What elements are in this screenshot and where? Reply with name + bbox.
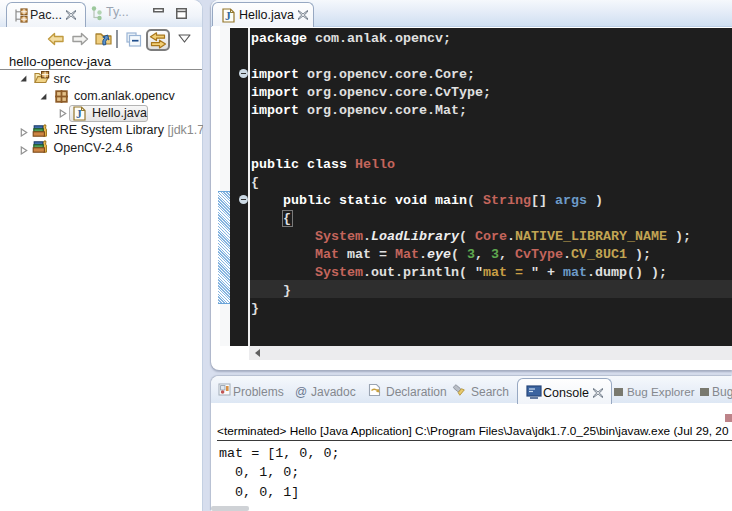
svg-text:J: J <box>225 10 231 22</box>
svg-text:J: J <box>76 108 82 120</box>
